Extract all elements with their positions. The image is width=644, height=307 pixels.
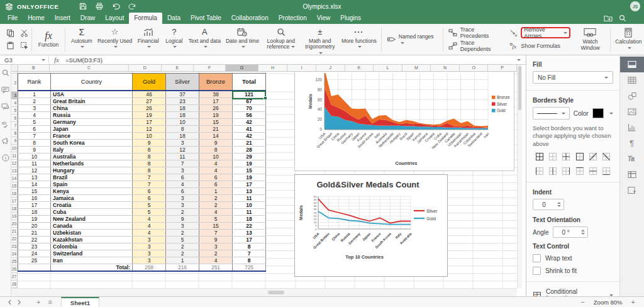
cell[interactable]: New Zealand <box>51 215 133 222</box>
cell[interactable]: 3 <box>166 194 199 201</box>
cell[interactable]: 10 <box>166 118 199 125</box>
cell[interactable]: 14 <box>199 132 233 139</box>
cell[interactable]: 6 <box>166 187 199 194</box>
cell[interactable]: 12 <box>18 167 51 174</box>
row-header-20[interactable]: 20 <box>11 220 18 228</box>
cell[interactable]: 6 <box>166 174 199 181</box>
cell[interactable]: 18 <box>166 132 199 139</box>
cell[interactable]: 216 <box>166 264 199 271</box>
cell[interactable]: 4 <box>199 208 233 215</box>
table-row[interactable]: 3China26182670 <box>18 104 266 111</box>
cell[interactable]: 8 <box>133 146 166 153</box>
cell[interactable]: 8 <box>199 146 233 153</box>
cell[interactable]: 20 <box>18 222 51 229</box>
select-all-corner[interactable] <box>11 65 18 71</box>
cell[interactable]: 13 <box>233 187 266 194</box>
wrap-text-checkbox[interactable]: Wrap text <box>533 254 613 262</box>
column-header-M[interactable]: M <box>402 65 431 71</box>
chevron-down-icon[interactable] <box>609 113 613 114</box>
logical-button[interactable]: ?Logical <box>162 26 186 50</box>
prev-sheet-icon[interactable] <box>8 299 12 305</box>
trace-precedents-button[interactable]: Trace Precedents <box>448 28 505 37</box>
cell[interactable]: Uzbekistan <box>51 229 133 236</box>
column-header-J[interactable]: J <box>316 65 345 71</box>
cell[interactable]: 2 <box>166 229 199 236</box>
table-row[interactable]: 7France10181442 <box>18 132 266 139</box>
table-row[interactable]: 10Australia8111029 <box>18 153 266 160</box>
row-header-27[interactable]: 27 <box>11 273 18 281</box>
undo-icon[interactable] <box>108 0 124 13</box>
show-formulas-button[interactable]: fx Show Formulas <box>509 42 570 50</box>
text-art-settings-icon[interactable]: Ta <box>620 151 644 167</box>
cell[interactable]: 18 <box>166 104 199 111</box>
cell[interactable]: 19 <box>233 160 266 167</box>
row-header-26[interactable]: 26 <box>11 265 18 273</box>
cell[interactable]: 121 <box>233 91 266 98</box>
function-button[interactable]: fx Function <box>35 30 62 49</box>
cell[interactable]: 9 <box>18 146 51 153</box>
cell[interactable]: 4 <box>133 215 166 222</box>
cell[interactable]: Cuba <box>51 208 133 215</box>
cell[interactable]: 70 <box>233 104 266 111</box>
conditional-formatting-button[interactable]: Conditional formatting <box>533 288 613 296</box>
table-row[interactable]: 23Colombia3238 <box>18 243 266 250</box>
header-cell-silver[interactable]: Silver <box>166 74 199 91</box>
cell[interactable]: 3 <box>166 139 199 146</box>
table-row[interactable]: 16Jamaica63211 <box>18 194 266 201</box>
cell[interactable]: 11 <box>233 194 266 201</box>
cell[interactable]: China <box>51 104 133 111</box>
cell[interactable]: Kazakhstan <box>51 236 133 243</box>
table-row[interactable]: 4Russia19181956 <box>18 111 266 118</box>
cell-name-box[interactable]: G3 <box>0 55 48 64</box>
cell[interactable]: 7 <box>166 160 199 167</box>
border-center-v-button[interactable] <box>548 167 557 176</box>
search-icon[interactable] <box>619 14 626 22</box>
user-avatar[interactable]: JS <box>630 1 640 11</box>
cell[interactable]: 3 <box>199 243 233 250</box>
header-cell-rank[interactable]: Rank <box>18 74 51 91</box>
financial-button[interactable]: Financial <box>135 26 162 50</box>
cell[interactable]: 17 <box>133 118 166 125</box>
table-row[interactable]: 5Germany17101542 <box>18 118 266 125</box>
table-settings-icon[interactable] <box>620 72 644 88</box>
cell[interactable]: 6 <box>133 187 166 194</box>
table-row[interactable]: 2Great Britain27231767 <box>18 98 266 104</box>
row-header-14[interactable]: 14 <box>11 175 18 182</box>
cell[interactable]: 19 <box>133 111 166 118</box>
border-top-button[interactable] <box>575 167 584 176</box>
cell[interactable]: 15 <box>233 167 266 174</box>
header-cell-bronze[interactable]: Bronze <box>199 74 233 91</box>
autofill-handle[interactable] <box>264 96 267 100</box>
cell[interactable]: 17 <box>199 98 233 104</box>
table-row[interactable]: 25Iran3148 <box>18 257 266 264</box>
cell[interactable]: 8 <box>133 167 166 174</box>
cell[interactable]: 27 <box>133 98 166 104</box>
border-center-h-button[interactable] <box>589 167 597 176</box>
cell[interactable]: 7 <box>233 250 266 257</box>
border-outer-button[interactable] <box>575 152 584 161</box>
horizontal-scrollbar[interactable] <box>11 288 517 296</box>
cell[interactable]: Total: <box>51 264 133 271</box>
row-header-3[interactable]: 3 <box>11 92 18 99</box>
cell[interactable]: 10 <box>199 153 233 160</box>
cell[interactable]: 9 <box>199 139 233 146</box>
cell[interactable]: 21 <box>199 125 233 132</box>
cell[interactable]: 5 <box>166 236 199 243</box>
cell[interactable]: South Korea <box>51 139 133 146</box>
cell[interactable]: 1 <box>166 257 199 264</box>
cell[interactable]: 6 <box>199 174 233 181</box>
cell[interactable]: 13 <box>233 229 266 236</box>
tab-data[interactable]: Data <box>162 13 186 24</box>
cell-settings-icon[interactable] <box>620 57 644 72</box>
cell[interactable]: 3 <box>18 104 51 111</box>
row-header-22[interactable]: 22 <box>11 235 18 243</box>
cell[interactable]: 6 <box>199 181 233 187</box>
cell[interactable]: 11 <box>233 208 266 215</box>
row-header-13[interactable]: 13 <box>11 167 18 175</box>
cell[interactable]: Germany <box>51 118 133 125</box>
tab-plugins[interactable]: Plugins <box>335 13 366 24</box>
cell[interactable]: 1 <box>199 187 233 194</box>
row-header-9[interactable]: 9 <box>11 137 18 145</box>
slicer-settings-icon[interactable] <box>620 182 644 198</box>
cell[interactable]: 26 <box>133 104 166 111</box>
